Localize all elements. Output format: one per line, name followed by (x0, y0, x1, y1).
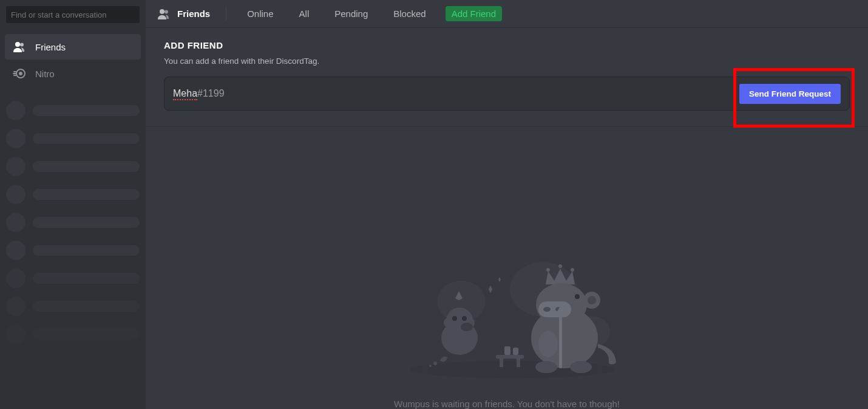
wumpus-illustration (392, 253, 622, 380)
svg-point-10 (452, 316, 457, 321)
add-friend-subtext: You can add a friend with their DiscordT… (164, 57, 850, 66)
list-item (6, 325, 140, 344)
svg-rect-19 (513, 348, 518, 355)
svg-rect-16 (500, 359, 503, 367)
friend-tag-input[interactable] (173, 88, 739, 99)
svg-point-21 (558, 264, 562, 268)
nitro-icon (12, 66, 27, 81)
list-item (6, 213, 140, 232)
empty-state-text: Wumpus is waiting on friends. You don't … (394, 399, 620, 409)
svg-rect-32 (559, 314, 562, 368)
friend-input-row: Meha#1199 Send Friend Request (164, 77, 850, 111)
topbar-title: Friends (157, 7, 220, 21)
svg-point-31 (538, 331, 558, 357)
tab-add-friend[interactable]: Add Friend (446, 6, 502, 21)
sidebar-item-label: Friends (35, 42, 66, 52)
svg-point-20 (546, 268, 550, 272)
empty-state: Wumpus is waiting on friends. You don't … (146, 127, 868, 409)
friends-icon (157, 7, 171, 21)
svg-point-34 (570, 361, 592, 373)
list-item (6, 101, 140, 120)
tab-all[interactable]: All (293, 6, 316, 21)
sidebar-item-nitro[interactable]: Nitro (5, 61, 141, 86)
list-item (6, 297, 140, 316)
add-friend-heading: ADD FRIEND (164, 40, 850, 50)
svg-point-33 (535, 361, 557, 373)
friends-icon (12, 40, 27, 54)
svg-point-12 (461, 323, 473, 331)
svg-point-1 (19, 72, 22, 75)
svg-point-11 (462, 316, 467, 321)
tab-pending[interactable]: Pending (328, 6, 374, 21)
search-input[interactable] (6, 6, 140, 23)
svg-point-28 (543, 307, 551, 312)
svg-point-13 (433, 362, 437, 365)
sidebar-item-label: Nitro (35, 69, 55, 79)
sidebar-list: Friends Nitro (0, 29, 146, 86)
svg-point-26 (588, 296, 596, 304)
tab-online[interactable]: Online (241, 6, 279, 21)
svg-point-14 (429, 365, 432, 367)
add-friend-panel: ADD FRIEND You can add a friend with the… (146, 28, 868, 127)
sidebar-item-friends[interactable]: Friends (5, 34, 141, 60)
list-item (6, 129, 140, 148)
svg-point-22 (571, 268, 574, 272)
list-item (6, 269, 140, 288)
tab-blocked[interactable]: Blocked (387, 6, 432, 21)
sidebar: Friends Nitro (0, 0, 146, 409)
svg-point-30 (575, 294, 580, 299)
svg-rect-17 (517, 359, 520, 367)
divider (226, 7, 226, 21)
send-friend-request-button[interactable]: Send Friend Request (739, 84, 841, 104)
topbar: Friends Online All Pending Blocked Add F… (146, 0, 868, 28)
list-item (6, 157, 140, 176)
list-item (6, 185, 140, 204)
main: Friends Online All Pending Blocked Add F… (146, 0, 868, 409)
svg-rect-15 (496, 355, 524, 359)
list-item (6, 241, 140, 260)
search-wrap (0, 0, 146, 29)
svg-rect-18 (504, 346, 510, 355)
dm-placeholder-list (0, 94, 146, 351)
topbar-title-text: Friends (177, 9, 210, 19)
